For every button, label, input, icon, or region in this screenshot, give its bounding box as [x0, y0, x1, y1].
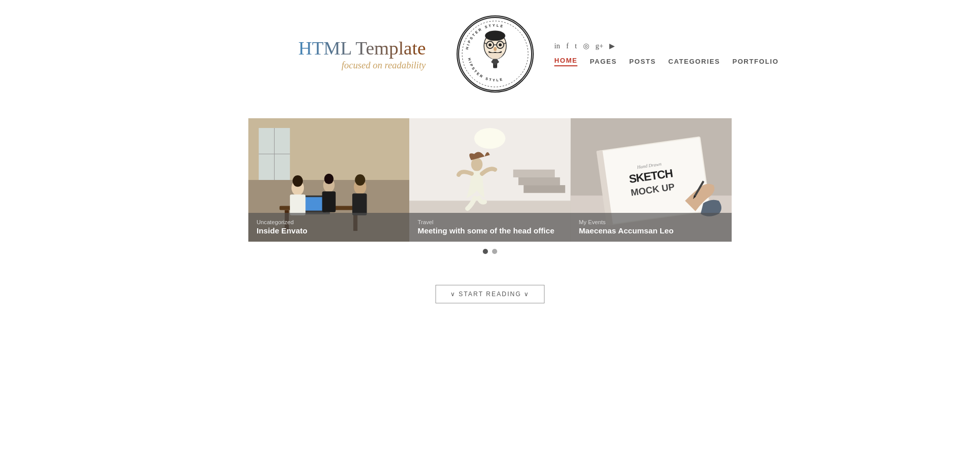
nav-home[interactable]: HOME: [554, 57, 577, 66]
slide-2-overlay: Travel Meeting with some of the head off…: [409, 213, 570, 242]
svg-point-31: [324, 174, 334, 184]
nav-portfolio[interactable]: PORTFOLIO: [732, 58, 778, 65]
header-right: in f t ◎ g+ ▶ HOME PAGES POSTS CATEGORIE…: [534, 42, 918, 66]
slider-dots: [483, 249, 497, 254]
site-branding: HTML Template focused on readability: [62, 37, 457, 71]
slide-3[interactable]: Hand Drawn SKETCH MOCK UP My Events Maec…: [571, 118, 732, 242]
site-header: HTML Template focused on readability HIP…: [0, 0, 980, 103]
slide-1-title: Inside Envato: [257, 226, 307, 235]
slide-1[interactable]: Uncategorized Inside Envato: [248, 118, 409, 242]
main-navigation: HOME PAGES POSTS CATEGORIES PORTFOLIO: [554, 57, 918, 66]
slide-3-title: Maecenas Accumsan Leo: [579, 226, 674, 235]
svg-point-13: [494, 47, 497, 51]
site-logo[interactable]: HIPSTER STYLE HIPSTER STYLE: [457, 15, 534, 93]
linkedin-icon[interactable]: in: [554, 42, 560, 50]
svg-point-5: [485, 31, 505, 41]
svg-rect-32: [322, 191, 336, 212]
youtube-icon[interactable]: ▶: [609, 42, 615, 50]
nav-pages[interactable]: PAGES: [590, 58, 616, 65]
svg-rect-29: [290, 194, 305, 215]
site-title: HTML Template: [62, 37, 426, 59]
svg-rect-41: [519, 177, 560, 185]
social-icons-bar: in f t ◎ g+ ▶: [554, 42, 918, 50]
slide-2-title: Meeting with some of the head office: [418, 226, 554, 235]
nav-categories[interactable]: CATEGORIES: [668, 58, 720, 65]
slider-dot-2[interactable]: [492, 249, 497, 254]
svg-point-28: [293, 175, 303, 187]
slide-3-category: My Events: [579, 219, 723, 225]
featured-slider: Uncategorized Inside Envato: [0, 103, 980, 264]
svg-point-34: [355, 174, 365, 186]
svg-rect-35: [352, 193, 367, 215]
svg-point-12: [499, 43, 502, 46]
slide-2-category: Travel: [418, 219, 562, 225]
start-reading-button[interactable]: ∨ START READING ∨: [435, 285, 545, 303]
svg-rect-42: [524, 185, 566, 193]
twitter-icon[interactable]: t: [575, 42, 577, 50]
start-reading-section: ∨ START READING ∨: [0, 285, 980, 303]
svg-point-39: [475, 128, 506, 149]
nav-posts[interactable]: POSTS: [629, 58, 656, 65]
slide-1-overlay: Uncategorized Inside Envato: [248, 213, 409, 242]
site-subtitle: focused on readability: [62, 60, 426, 71]
slider-track: Uncategorized Inside Envato: [248, 118, 732, 242]
slide-1-category: Uncategorized: [257, 219, 401, 225]
slider-dot-1[interactable]: [483, 249, 488, 254]
slide-3-overlay: My Events Maecenas Accumsan Leo: [571, 213, 732, 242]
svg-rect-40: [513, 170, 555, 177]
google-plus-icon[interactable]: g+: [595, 42, 603, 50]
svg-point-11: [488, 43, 492, 46]
dribbble-icon[interactable]: ◎: [583, 42, 589, 50]
facebook-icon[interactable]: f: [566, 42, 569, 50]
slide-2[interactable]: Travel Meeting with some of the head off…: [409, 118, 570, 242]
